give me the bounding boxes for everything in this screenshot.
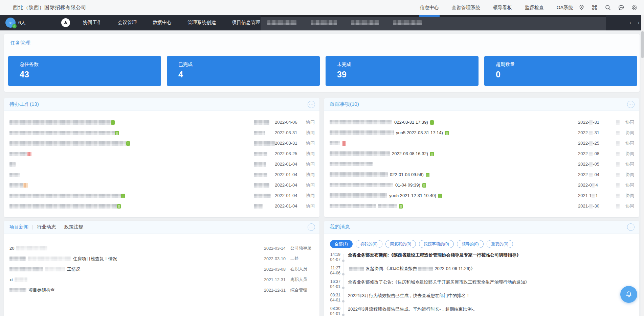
message-filter-6[interactable]: 重要的(0): [487, 240, 513, 248]
messages-header: 我的消息 ···: [324, 221, 639, 234]
todo-row[interactable]: 2022-01-04协同: [4, 159, 319, 169]
avatar[interactable]: se ✓: [5, 18, 16, 28]
news-tab-3[interactable]: 政策法规: [64, 224, 83, 230]
todo-row[interactable]: 2022-01-04协同: [4, 180, 319, 190]
timeline-dot: [342, 300, 345, 302]
nav-item-3[interactable]: 数据中心: [153, 20, 172, 26]
nav-item-redacted-1[interactable]: [267, 20, 296, 25]
news-more-icon[interactable]: ···: [308, 223, 315, 231]
tracking-list: 022-03-31 17:39)2022--31协同yon5 2022-03-3…: [324, 117, 639, 211]
news-list: 202022-03-14公司领导层住房项目检查复工情况2022-03-10二处工…: [4, 243, 319, 295]
message-text: 2022年3月流程绩效报告已生成。平均运行时长-，超期结束比例-。: [348, 306, 478, 316]
message-item[interactable]: 14:1904-07全咨业务部发布新闻:《陕西省建设工程造价管理协会领导及专家一…: [324, 252, 636, 266]
row-text: 022-01-04 09:56): [390, 172, 424, 177]
doc-green-icon: [438, 194, 442, 198]
redacted-text: [254, 173, 267, 177]
top-bar: 西北（陕西）国际招标有限公司 信息中心全咨管理系统领导看板监督检查OA系统 ⌘: [0, 0, 644, 15]
tab-divider: [32, 225, 33, 229]
tracking-header: 跟踪事项(10) ···: [324, 98, 639, 111]
workspace-logo-icon[interactable]: [61, 18, 70, 27]
redacted-text: [254, 162, 266, 167]
row-icon: [422, 183, 426, 188]
nav-item-redacted-2[interactable]: [311, 20, 337, 25]
news-panel: 项目新闻行业动态政策法规 ··· 202022-03-14公司领导层住房项目检查…: [4, 221, 319, 316]
todo-row[interactable]: 2022-04-06协同: [4, 117, 319, 127]
track-date: 2021--30: [578, 203, 603, 209]
redacted-text: [254, 204, 263, 209]
tracking-row[interactable]: yon5 2022-03-31 17:14)2022--31协同: [324, 127, 639, 138]
top-menu-item-1[interactable]: 信息中心: [420, 0, 439, 15]
tracking-row[interactable]: yon5 2021-12-31 10:40)2021-11协同: [324, 190, 639, 201]
message-filter-5[interactable]: 领导的(0): [457, 240, 484, 248]
row-redacted-title: [9, 193, 125, 198]
tracking-row[interactable]: 022-01-04 09:56)2022--04协同: [324, 169, 639, 180]
doc-green-icon: [445, 131, 449, 135]
tracking-row[interactable]: 022-03-31 17:39)2022--31协同: [324, 117, 639, 127]
row-icon: [399, 203, 403, 209]
tracking-row[interactable]: 2022--05协同: [324, 159, 639, 169]
messages-more-icon[interactable]: ···: [627, 223, 635, 231]
message-item[interactable]: 16:3704-01全咨业务部修改了公告:《住房和城乡建设部关于开展房屋市政工程…: [324, 279, 636, 293]
todo-more-icon[interactable]: ···: [308, 101, 315, 108]
todo-row[interactable]: 2022-03-31协同: [4, 127, 319, 138]
avatar-initials: se: [9, 21, 13, 25]
notification-bell-button[interactable]: [620, 286, 637, 303]
message-icon[interactable]: [617, 4, 625, 11]
news-tab-1[interactable]: 项目新闻: [9, 224, 28, 230]
row-redacted-title: [9, 141, 130, 146]
tracking-row[interactable]: 2022--25协同: [324, 138, 639, 148]
tracking-more-icon[interactable]: ···: [627, 101, 635, 108]
news-row[interactable]: 项目参观检查2021-12-31综合管理: [4, 285, 319, 295]
task-card-1[interactable]: 总任务数43: [8, 56, 161, 86]
location-icon[interactable]: [578, 4, 585, 11]
message-item[interactable]: 11:2704-06发起协同:《JDJC检查报告2022-04-06 11:26…: [324, 266, 636, 279]
todo-row[interactable]: 2022-01-04协同: [4, 169, 319, 180]
todo-row[interactable]: 2022-03-31协同: [4, 138, 319, 148]
nav-item-2[interactable]: 会议管理: [118, 20, 137, 26]
message-filter-2[interactable]: @我的(0): [356, 240, 382, 248]
nav-item-redacted-3[interactable]: [351, 20, 379, 25]
nav-item-4[interactable]: 管理系统创建: [187, 20, 216, 26]
message-item[interactable]: 08:3004-012022年3月流程绩效报告已生成。平均运行时长-，超期结束比…: [324, 306, 636, 316]
nav-prev-icon[interactable]: ‹: [629, 15, 631, 30]
news-tab-2[interactable]: 行业动态: [37, 224, 56, 230]
todo-row[interactable]: 2022-01-04协同: [4, 190, 319, 201]
tracking-row[interactable]: 2021--30协同: [324, 201, 639, 211]
news-row[interactable]: 住房项目检查复工情况2022-03-10二处: [4, 253, 319, 264]
redacted-text: [418, 267, 433, 271]
nav-item-1[interactable]: 协同工作: [83, 20, 102, 26]
task-card-2[interactable]: 已完成4: [167, 56, 320, 86]
news-row[interactable]: xi2021-12-31离职人员: [4, 274, 319, 285]
nav-next-icon[interactable]: ›: [638, 15, 640, 30]
row-meta: 2022-04协同: [578, 182, 634, 188]
news-row[interactable]: 工情况2022-03-08在职人员: [4, 264, 319, 274]
news-row[interactable]: 202022-03-14公司领导层: [4, 243, 319, 253]
tracking-row[interactable]: 2022-03-08 16:32)2022--08协同: [324, 148, 639, 159]
track-date: 2022--25: [578, 141, 603, 146]
message-item[interactable]: 08:3104-012022年3月行为绩效报告已生成，快去查看您在部门中的排名！: [324, 293, 636, 306]
task-card-3[interactable]: 未完成39: [326, 56, 479, 86]
due-date: 2022-01-04: [275, 203, 303, 209]
nav-item-5[interactable]: 项目信息管理: [232, 20, 260, 26]
nav-item-redacted-4[interactable]: [393, 20, 422, 25]
message-filter-4[interactable]: 跟踪事项的(0): [419, 240, 454, 248]
main-nav-bar: se ✓ 6人 协同工作会议管理数据中心管理系统创建项目信息管理 ‹ ›: [0, 15, 644, 30]
top-menu-item-2[interactable]: 全咨管理系统: [452, 0, 480, 15]
top-menu-item-5[interactable]: OA系统: [557, 0, 573, 15]
top-menu-item-4[interactable]: 监督检查: [525, 0, 544, 15]
top-menu-item-3[interactable]: 领导看板: [493, 0, 512, 15]
tracking-row[interactable]: 01-04 09:39)2022-04协同: [324, 180, 639, 190]
settings-icon[interactable]: [630, 4, 638, 11]
task-card-label: 超期数量: [496, 62, 637, 68]
todo-row[interactable]: 2022-03-25协同: [4, 148, 319, 159]
page-scrollbar[interactable]: [641, 15, 644, 316]
task-card-4[interactable]: 超期数量0: [484, 56, 637, 86]
search-icon[interactable]: [604, 4, 612, 11]
scrollbar-thumb[interactable]: [641, 31, 644, 58]
task-card-label: 总任务数: [20, 62, 161, 68]
message-filter-1[interactable]: 全部(1): [330, 240, 353, 248]
todo-row[interactable]: 2022-01-04协同: [4, 201, 319, 211]
apps-icon[interactable]: ⌘: [591, 4, 598, 11]
message-filter-3[interactable]: 回复我的(0): [385, 240, 416, 248]
source-tag: 协同: [303, 172, 315, 178]
